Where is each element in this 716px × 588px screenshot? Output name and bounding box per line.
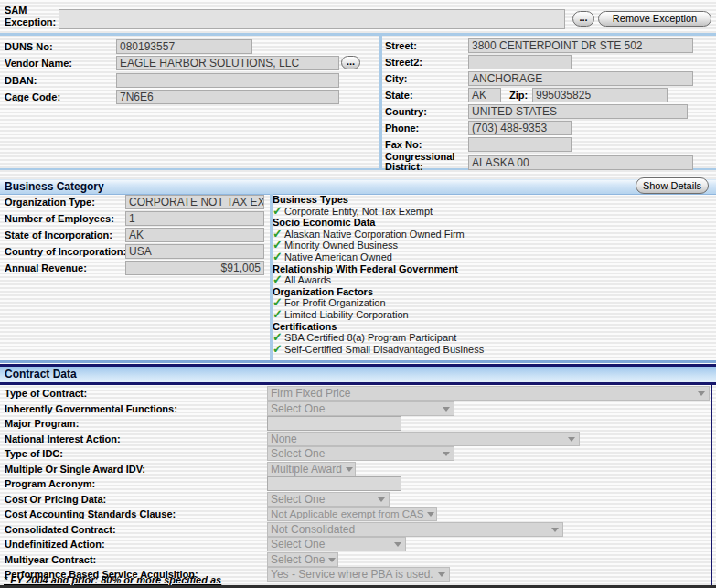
select-value: Select One [271,447,325,460]
contract-section-right-border [711,385,712,588]
multiple-or-single-award-idv-label: Multiple Or Single Award IDV: [5,464,145,475]
business-category-title: Business Category [0,180,104,193]
duns-label: DUNS No: [5,41,53,52]
cage-code-input[interactable]: 7N6E6 [116,90,339,104]
annual-revenue-input[interactable]: $91,005 [125,261,264,275]
remove-exception-button[interactable]: Remove Exception [598,11,711,27]
city-input[interactable]: ANCHORAGE [468,71,693,86]
type-of-contract-label: Type of Contract: [5,388,87,399]
business-category-checklist: Business Types ✓Corporate Entity, Not Ta… [273,194,710,355]
country-of-incorporation-input[interactable]: USA [125,244,264,259]
list-item: ✓Limited Liability Corporation [273,309,710,321]
list-item: ✓All Awards [273,274,710,286]
phone-label: Phone: [385,123,419,134]
type-of-contract-select[interactable]: Firm Fixed Price [267,386,710,401]
select-value: Multiple Award [271,463,342,476]
state-label: State: [385,90,413,101]
multiyear-contract-label: Multiyear Contract: [5,554,96,565]
group-header: Socio Economic Data [273,217,710,229]
country-label: Country: [385,106,427,117]
dban-input[interactable] [116,73,339,88]
select-value: Firm Fixed Price [271,387,350,400]
street2-input[interactable] [468,55,572,69]
select-value: Select One [271,493,325,506]
vendor-column-divider [379,36,382,168]
group-header: Business Types [273,194,710,206]
consolidated-contract-select[interactable]: Not Consolidated [267,522,563,537]
ellipsis-icon: ... [347,56,355,67]
street2-label: Street2: [385,57,422,68]
annual-revenue-label: Annual Revenue: [5,262,87,273]
state-input[interactable]: AK [468,88,501,102]
list-item: ✓Corporate Entity, Not Tax Exempt [273,206,710,218]
city-label: City: [385,73,407,84]
organization-type-input[interactable]: CORPORATE NOT TAX EXEMPT [125,195,264,209]
list-item: ✓For Profit Organization [273,297,710,309]
country-input[interactable]: UNITED STATES [468,104,688,119]
select-value: None [271,433,297,445]
list-item: ✓Minority Owned Business [273,240,710,251]
sam-exception-input[interactable] [59,9,565,29]
fy2004-footnote: * FY 2004 and prior: 80% or more specifi… [4,574,221,585]
dropdown-arrow-icon [378,497,385,502]
contract-data-header: Contract Data [0,364,716,385]
state-of-incorporation-input[interactable]: AK [125,228,264,242]
dropdown-arrow-icon [346,467,353,472]
list-item: ✓Native American Owned [273,251,710,263]
select-value: Yes - Service where PBA is used. [271,568,433,581]
major-program-input[interactable] [267,416,401,431]
select-value: Not Applicable exempt from CAS [271,508,423,519]
program-acronym-input[interactable] [267,476,401,491]
dropdown-arrow-icon [568,437,575,442]
fax-input[interactable] [468,137,572,152]
dropdown-arrow-icon [328,558,336,562]
type-of-idc-select[interactable]: Select One [267,446,454,461]
multiple-or-single-award-idv-select[interactable]: Multiple Award [267,462,356,476]
undefinitized-action-select[interactable]: Select One [267,537,406,551]
duns-input[interactable]: 080193557 [116,39,252,54]
list-item: ✓Self-Certified Small Disadvantaged Busi… [273,344,710,356]
dropdown-arrow-icon [394,542,401,547]
check-icon: ✓ [273,342,283,356]
phone-input[interactable]: (703) 488-9353 [468,121,572,135]
vendor-name-ellipsis-button[interactable]: ... [341,56,360,69]
vendor-section-top-border [0,33,716,36]
congressional-district-input[interactable]: ALASKA 00 [468,155,693,170]
number-of-employees-input[interactable]: 1 [125,211,264,226]
show-details-button[interactable]: Show Details [636,177,709,194]
vendor-name-label: Vendor Name: [5,58,72,69]
program-acronym-label: Program Acronym: [5,478,95,489]
inherently-governmental-functions-label: Inherently Governmental Functions: [5,403,177,414]
major-program-label: Major Program: [5,418,79,429]
select-value: Select One [271,538,325,551]
dropdown-arrow-icon [438,572,445,577]
national-interest-action-select[interactable]: None [267,432,580,446]
vendor-name-input[interactable]: EAGLE HARBOR SOLUTIONS, LLC [116,56,339,70]
fax-label: Fax No: [385,139,422,150]
check-icon: ✓ [273,204,283,218]
dropdown-arrow-icon [551,528,559,532]
dropdown-arrow-icon [698,391,705,396]
organization-type-label: Organization Type: [5,197,95,208]
state-of-incorporation-label: State of Incorporation: [5,230,112,241]
select-value: Select One [271,553,325,566]
dropdown-arrow-icon [443,452,450,456]
group-header: Certifications [273,321,710,333]
sam-exception-ellipsis-button[interactable]: ... [572,11,594,27]
performance-based-service-acquisition-select[interactable]: Yes - Service where PBA is used. [267,567,450,582]
number-of-employees-label: Number of Employees: [5,213,114,224]
street-input[interactable]: 3800 CENTERPOINT DR STE 502 [468,38,693,53]
select-value: Not Consolidated [271,523,355,536]
cost-or-pricing-data-select[interactable]: Select One [267,492,390,507]
inherently-governmental-functions-select[interactable]: Select One [267,401,454,416]
zip-input[interactable]: 995035825 [532,88,668,102]
fpds-contract-form: SAM Exception: ... Remove Exception DUNS… [0,0,716,588]
type-of-idc-label: Type of IDC: [5,448,63,459]
cage-code-label: Cage Code: [5,91,60,102]
check-icon: ✓ [273,307,283,321]
multiyear-contract-select[interactable]: Select One [267,552,338,567]
cost-accounting-standards-clause-select[interactable]: Not Applicable exempt from CAS [267,507,437,521]
street-label: Street: [385,40,417,51]
list-item: ✓Alaskan Native Corporation Owned Firm [273,229,710,241]
group-header: Organization Factors [273,286,710,298]
